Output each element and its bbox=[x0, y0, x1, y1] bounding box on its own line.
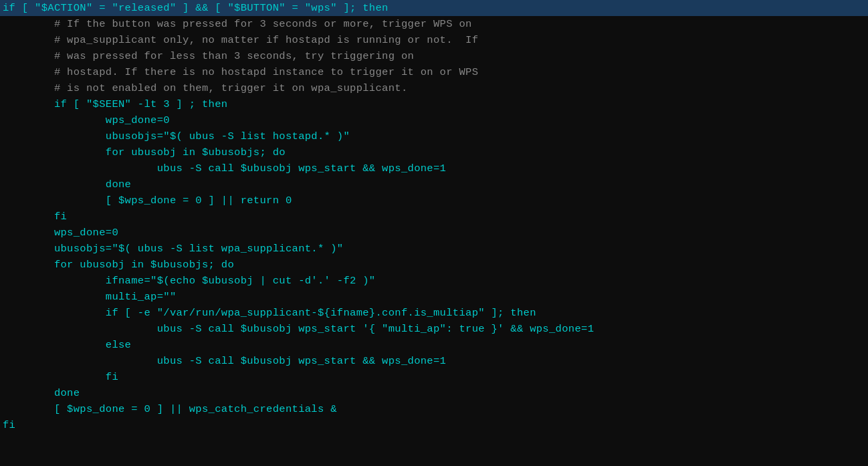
code-line: fi bbox=[0, 209, 868, 225]
code-container: if [ "$ACTION" = "released" ] && [ "$BUT… bbox=[0, 0, 868, 466]
code-line: else bbox=[0, 337, 868, 353]
code-line: ubus -S call $ubusobj wps_start && wps_d… bbox=[0, 353, 868, 369]
code-line: [ $wps_done = 0 ] || return 0 bbox=[0, 193, 868, 209]
code-line: if [ "$SEEN" -lt 3 ] ; then bbox=[0, 96, 868, 112]
code-line: ubusobjs="$( ubus -S list wpa_supplicant… bbox=[0, 241, 868, 257]
code-line: wps_done=0 bbox=[0, 112, 868, 128]
code-line: ubus -S call $ubusobj wps_start && wps_d… bbox=[0, 160, 868, 177]
code-line: done bbox=[0, 385, 868, 401]
code-line: for ubusobj in $ubusobjs; do bbox=[0, 144, 868, 160]
code-line: # was pressed for less than 3 seconds, t… bbox=[0, 48, 868, 64]
code-line: # If the button was pressed for 3 second… bbox=[0, 16, 868, 32]
code-line: done bbox=[0, 177, 868, 193]
code-line: wps_done=0 bbox=[0, 225, 868, 241]
code-line: fi bbox=[0, 417, 868, 433]
code-line: # hostapd. If there is no hostapd instan… bbox=[0, 64, 868, 80]
code-line: ubusobjs="$( ubus -S list hostapd.* )" bbox=[0, 128, 868, 144]
code-line: [ $wps_done = 0 ] || wps_catch_credentia… bbox=[0, 401, 868, 417]
code-line: ubus -S call $ubusobj wps_start '{ "mult… bbox=[0, 321, 868, 337]
code-line: for ubusobj in $ubusobjs; do bbox=[0, 257, 868, 273]
code-line: # is not enabled on them, trigger it on … bbox=[0, 80, 868, 96]
code-line: multi_ap="" bbox=[0, 289, 868, 305]
code-line: if [ "$ACTION" = "released" ] && [ "$BUT… bbox=[0, 0, 868, 16]
code-line: ifname="$(echo $ubusobj | cut -d'.' -f2 … bbox=[0, 273, 868, 289]
code-line: # wpa_supplicant only, no matter if host… bbox=[0, 32, 868, 48]
code-line: fi bbox=[0, 369, 868, 385]
code-line: if [ -e "/var/run/wpa_supplicant-${ifnam… bbox=[0, 305, 868, 321]
